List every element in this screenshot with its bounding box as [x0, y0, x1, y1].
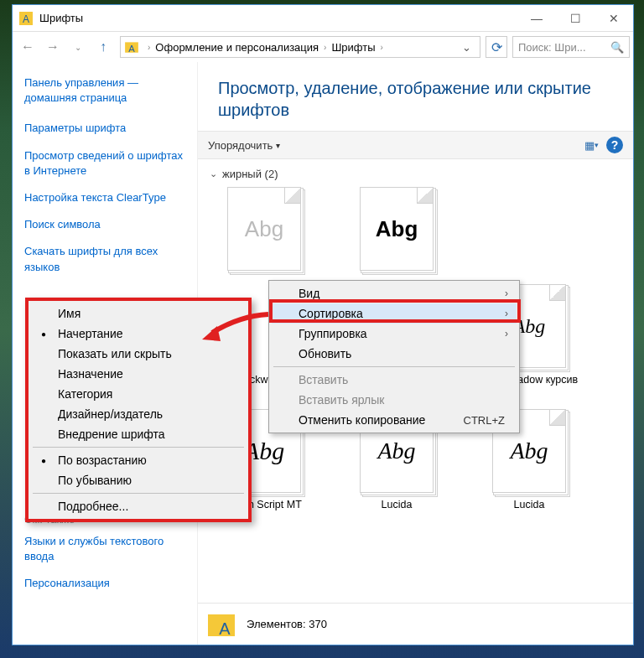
font-label: Lucida [514, 498, 545, 511]
chevron-right-icon: › [148, 43, 150, 52]
navbar: ← → ⌄ ↑ A › Оформление и персонализация … [13, 32, 633, 62]
menu-item-view[interactable]: Вид› [272, 283, 517, 303]
sidebar-link-download-fonts[interactable]: Скачать шрифты для всех языков [24, 244, 185, 274]
chevron-right-icon: › [381, 43, 383, 52]
folder-icon: A [205, 608, 238, 641]
menu-item-undo-copy[interactable]: Отменить копированиеCTRL+Z [272, 410, 517, 430]
titlebar: A Шрифты — ☐ ✕ [13, 5, 633, 32]
nav-forward-button: → [41, 35, 65, 59]
menu-item-ascending[interactable]: ●По возрастанию [31, 450, 246, 470]
fonts-app-icon: A [19, 12, 33, 25]
bullet-icon: ● [41, 456, 46, 465]
context-menu-sort: Имя ●Начертание Показать или скрыть Назн… [25, 298, 252, 522]
toolbar: Упорядочить ▾ ▦ ▾ ? [198, 131, 633, 159]
shortcut-label: CTRL+Z [464, 414, 505, 427]
menu-item-more[interactable]: Подробнее... [31, 496, 246, 516]
menu-separator [33, 447, 244, 448]
close-button[interactable]: ✕ [595, 6, 633, 31]
menu-item-name[interactable]: Имя [31, 303, 246, 324]
nav-up-button[interactable]: ↑ [91, 35, 115, 59]
font-item[interactable]: Abg [342, 187, 451, 276]
sidebar-home-link[interactable]: Панель управления —домашняя страница [24, 75, 185, 106]
search-placeholder: Поиск: Шри... [518, 41, 586, 54]
refresh-button[interactable]: ⟳ [486, 36, 507, 58]
view-options-button[interactable]: ▦ ▾ [581, 135, 601, 155]
chevron-right-icon: › [324, 43, 326, 52]
page-title: Просмотр, удаление, отображение или скры… [198, 62, 633, 131]
sidebar-link-personalization[interactable]: Персонализация [24, 576, 185, 591]
menu-separator [273, 366, 515, 367]
chevron-down-icon: ⌄ [210, 168, 217, 179]
breadcrumb[interactable]: A › Оформление и персонализация › Шрифты… [120, 36, 480, 58]
font-thumb: Abg [227, 187, 301, 271]
group-header[interactable]: ⌄ жирный (2) [210, 168, 621, 180]
search-input[interactable]: Поиск: Шри... 🔍 [512, 36, 630, 58]
menu-item-designer[interactable]: Дизайнер/издатель [31, 404, 246, 424]
breadcrumb-dropdown[interactable]: ⌄ [457, 41, 476, 54]
menu-item-refresh[interactable]: Обновить [272, 344, 517, 364]
help-button[interactable]: ? [606, 137, 623, 153]
menu-item-descending[interactable]: По убыванию [31, 470, 246, 490]
context-menu-main: Вид› Сортировка› Группировка› Обновить В… [268, 280, 520, 433]
nav-recent-dropdown[interactable]: ⌄ [66, 35, 90, 59]
menu-item-showhide[interactable]: Показать или скрыть [31, 344, 246, 364]
breadcrumb-part[interactable]: Шрифты [331, 41, 375, 54]
menu-item-embedding[interactable]: Внедрение шрифта [31, 424, 246, 444]
search-icon: 🔍 [610, 41, 624, 54]
menu-item-group[interactable]: Группировка› [272, 324, 517, 344]
menu-item-paste: Вставить [272, 370, 517, 390]
svg-text:A: A [23, 13, 29, 25]
organize-dropdown[interactable]: Упорядочить ▾ [208, 139, 280, 152]
bullet-icon: ● [41, 329, 46, 339]
minimize-button[interactable]: — [517, 6, 556, 31]
nav-back-button[interactable]: ← [16, 35, 39, 59]
menu-item-sort[interactable]: Сортировка› [272, 303, 517, 324]
menu-item-designed-for[interactable]: Назначение [31, 364, 246, 384]
svg-text:A: A [219, 619, 231, 638]
menu-separator [33, 493, 244, 494]
sidebar-link-charmap[interactable]: Поиск символа [24, 217, 185, 232]
sidebar-link-languages[interactable]: Языки и службы текстового ввода [24, 534, 185, 564]
sidebar-link-cleartype[interactable]: Настройка текста ClearType [24, 190, 185, 205]
breadcrumb-part[interactable]: Оформление и персонализация [155, 41, 319, 54]
menu-item-style[interactable]: ●Начертание [31, 324, 246, 344]
folder-icon: A [124, 39, 139, 54]
svg-text:A: A [128, 44, 135, 54]
font-label: Lucida [382, 498, 413, 511]
menu-item-category[interactable]: Категория [31, 384, 246, 404]
chevron-right-icon: › [505, 308, 508, 319]
sidebar-link-fonts-online[interactable]: Просмотр сведений о шрифтах в Интернете [24, 148, 185, 179]
statusbar: A Элементов: 370 [198, 603, 633, 645]
sidebar-link-font-params[interactable]: Параметры шрифта [24, 121, 185, 136]
chevron-right-icon: › [505, 328, 508, 339]
status-text: Элементов: 370 [247, 618, 327, 630]
font-thumb: Abg [360, 187, 434, 271]
window-title: Шрифты [39, 12, 517, 24]
chevron-down-icon: ▾ [276, 141, 280, 150]
menu-item-paste-shortcut: Вставить ярлык [272, 390, 517, 410]
maximize-button[interactable]: ☐ [556, 6, 595, 31]
font-item[interactable]: Abg [210, 187, 319, 276]
chevron-right-icon: › [505, 288, 508, 299]
